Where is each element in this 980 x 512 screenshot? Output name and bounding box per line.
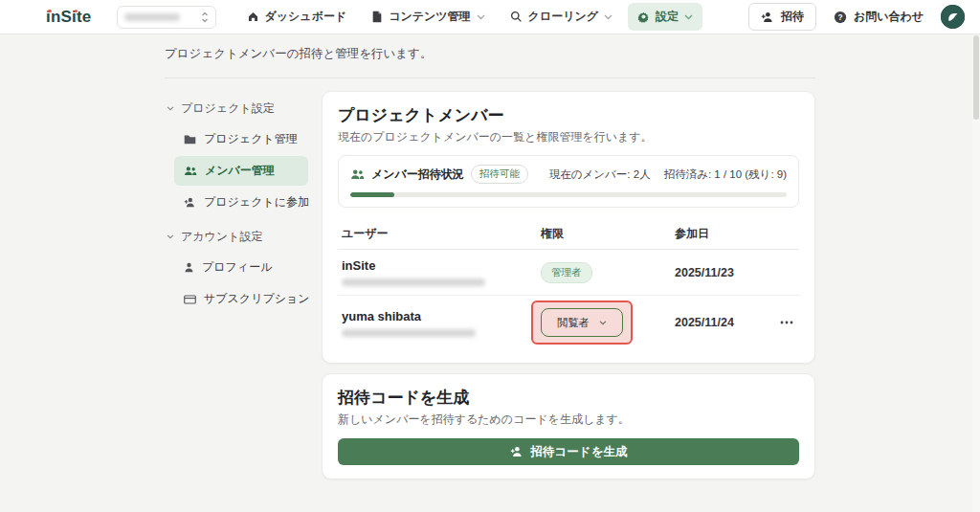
topbar-right-cluster: 招待 ? お問い合わせ	[748, 3, 965, 31]
role-select-value: 閲覧者	[558, 316, 590, 330]
sidebar-item-join-project[interactable]: プロジェクトに参加	[174, 188, 308, 217]
app-logo-text: inSite	[46, 8, 92, 26]
contact-label: お問い合わせ	[854, 9, 924, 25]
joined-date: 2025/11/23	[675, 266, 767, 279]
invitation-status-label: メンバー招待状況	[371, 167, 464, 183]
top-navigation-bar: inSite ダッシュボード コンテンツ管理	[0, 0, 980, 34]
users-icon	[350, 168, 365, 180]
member-name: inSite	[342, 258, 541, 273]
chevron-down-icon	[167, 234, 174, 239]
user-icon	[184, 262, 194, 273]
nav-crawling-label: クローリング	[528, 9, 598, 25]
progress-fill	[350, 192, 394, 197]
members-card-title: プロジェクトメンバー	[338, 105, 799, 126]
document-icon	[371, 11, 383, 23]
sidebar-item-member-management[interactable]: メンバー管理	[174, 156, 308, 186]
page-divider	[165, 78, 815, 78]
user-plus-icon	[510, 446, 523, 457]
role-select-dropdown[interactable]: 閲覧者	[541, 308, 623, 337]
sidebar-item-project-management[interactable]: プロジェクト管理	[174, 124, 308, 154]
search-icon	[510, 11, 523, 23]
users-icon	[184, 166, 197, 176]
folder-icon	[184, 134, 196, 145]
invitable-badge: 招待可能	[471, 165, 528, 184]
chevron-down-icon	[684, 14, 693, 20]
chevron-down-icon	[599, 321, 607, 325]
svg-text:?: ?	[837, 11, 842, 21]
page-subtitle: プロジェクトメンバーの招待と管理を行います。	[165, 46, 815, 62]
invite-code-card: 招待コードを生成 新しいメンバーを招待するためのコードを生成します。 招待コード…	[322, 373, 815, 479]
scrollbar-track[interactable]	[972, 35, 980, 512]
settings-sidebar: プロジェクト設定 プロジェクト管理 メンバー管理 プロジェクトに参加 アカウント…	[165, 91, 308, 316]
chevron-down-icon	[604, 14, 612, 20]
invite-card-title: 招待コードを生成	[338, 388, 799, 409]
invitation-progress-bar	[350, 192, 787, 197]
home-icon	[247, 11, 259, 23]
row-actions-menu-button[interactable]	[778, 319, 795, 326]
sidebar-item-label: プロフィール	[202, 259, 272, 276]
members-table: ユーザー 権限 参加日 inSite 管理者 2025/11/23	[338, 219, 799, 349]
nav-content-management-label: コンテンツ管理	[389, 9, 470, 25]
sidebar-item-label: プロジェクト管理	[204, 131, 298, 147]
nav-settings[interactable]: 設定	[628, 3, 702, 31]
chevron-down-icon	[477, 14, 485, 20]
sidebar-item-label: サブスクリプション	[204, 291, 310, 307]
sidebar-group-account-settings[interactable]: アカウント設定	[165, 223, 308, 251]
redacted-member-email	[342, 278, 485, 286]
user-plus-icon	[761, 11, 774, 23]
nav-dashboard-label: ダッシュボード	[265, 9, 347, 25]
logo-accent-dot	[48, 10, 52, 13]
nav-settings-label: 設定	[656, 9, 679, 25]
table-row: yuma shibata 閲覧者 20	[338, 296, 799, 349]
invite-button[interactable]: 招待	[748, 3, 816, 31]
invite-card-subtitle: 新しいメンバーを招待するためのコードを生成します。	[338, 412, 799, 427]
col-header-user: ユーザー	[342, 226, 541, 242]
selector-updown-icon	[201, 11, 209, 23]
logo-accent-dot	[75, 10, 78, 13]
table-row: inSite 管理者 2025/11/23	[338, 250, 799, 296]
scrollbar-thumb[interactable]	[973, 35, 979, 120]
credit-card-icon	[184, 295, 196, 304]
generate-invite-code-button[interactable]: 招待コードを生成	[338, 438, 799, 465]
redacted-project-name	[124, 13, 180, 21]
gear-icon	[637, 11, 650, 23]
col-header-role: 権限	[541, 226, 675, 242]
question-circle-icon: ?	[834, 11, 847, 24]
project-selector[interactable]	[117, 6, 216, 29]
role-badge-admin: 管理者	[541, 262, 592, 283]
sidebar-item-profile[interactable]: プロフィール	[174, 253, 308, 282]
nav-crawling[interactable]: クローリング	[501, 3, 622, 31]
sidebar-group-label: プロジェクト設定	[181, 100, 275, 117]
generate-invite-code-label: 招待コードを生成	[531, 444, 628, 460]
sidebar-item-subscription[interactable]: サブスクリプション	[174, 284, 308, 314]
main-nav: ダッシュボード コンテンツ管理 クローリング 設定	[237, 3, 703, 31]
content-area: プロジェクト設定 プロジェクト管理 メンバー管理 プロジェクトに参加 アカウント…	[165, 91, 815, 479]
sidebar-item-label: メンバー管理	[205, 163, 275, 179]
annotation-highlight-box: 閲覧者	[531, 301, 633, 345]
chevron-down-icon	[167, 106, 174, 111]
invited-count: 招待済み: 1 / 10 (残り: 9)	[664, 167, 787, 182]
user-avatar[interactable]	[941, 5, 965, 29]
members-card-subtitle: 現在のプロジェクトメンバーの一覧と権限管理を行います。	[338, 129, 799, 145]
member-name: yuma shibata	[342, 309, 541, 323]
col-header-joined: 参加日	[675, 226, 767, 242]
sidebar-item-label: プロジェクトに参加	[204, 194, 309, 211]
invite-button-label: 招待	[781, 9, 804, 25]
contact-link[interactable]: ? お問い合わせ	[834, 9, 924, 25]
nav-content-management[interactable]: コンテンツ管理	[362, 3, 494, 31]
sidebar-group-project-settings[interactable]: プロジェクト設定	[165, 95, 308, 122]
nav-dashboard[interactable]: ダッシュボード	[237, 3, 357, 31]
redacted-member-email	[342, 329, 476, 337]
main-panel: プロジェクトメンバー 現在のプロジェクトメンバーの一覧と権限管理を行います。 メ…	[322, 91, 815, 479]
app-logo[interactable]: inSite	[46, 8, 92, 27]
page-header: プロジェクトメンバーの招待と管理を行います。	[165, 34, 815, 78]
sidebar-group-label: アカウント設定	[181, 229, 262, 245]
joined-date: 2025/11/24	[675, 316, 767, 329]
members-table-header: ユーザー 権限 参加日	[338, 219, 799, 250]
invitation-status-box: メンバー招待状況 招待可能 現在のメンバー: 2人 招待済み: 1 / 10 (…	[338, 155, 799, 208]
user-plus-icon	[184, 197, 196, 208]
current-members-count: 現在のメンバー: 2人	[549, 167, 651, 182]
project-members-card: プロジェクトメンバー 現在のプロジェクトメンバーの一覧と権限管理を行います。 メ…	[322, 91, 815, 364]
